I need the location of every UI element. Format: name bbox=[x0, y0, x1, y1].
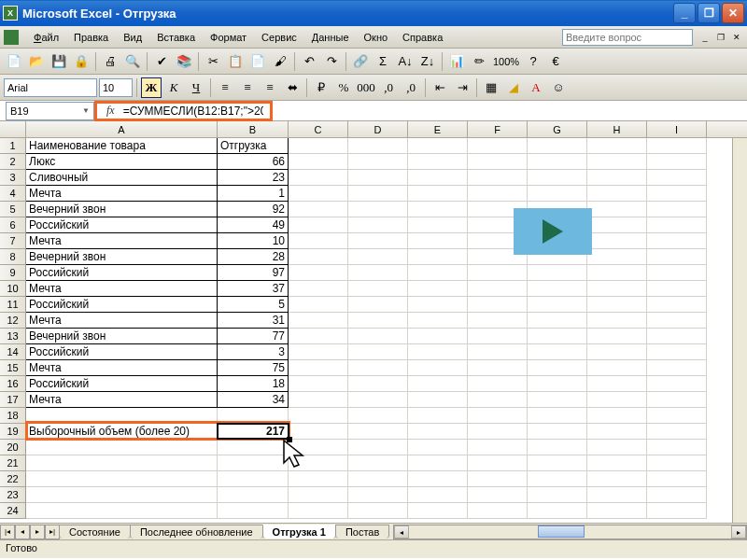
cell[interactable] bbox=[26, 440, 218, 455]
cell[interactable] bbox=[587, 217, 647, 233]
cell[interactable]: Мечта bbox=[26, 360, 218, 376]
decrease-decimal-icon[interactable]: ,0 bbox=[401, 77, 421, 98]
column-header-G[interactable]: G bbox=[528, 121, 587, 137]
row-header[interactable]: 16 bbox=[0, 376, 26, 392]
menu-insert[interactable]: Вставка bbox=[149, 29, 203, 46]
cell[interactable]: Российский bbox=[26, 217, 218, 233]
cell[interactable] bbox=[587, 440, 647, 455]
decrease-indent-icon[interactable]: ⇤ bbox=[430, 77, 450, 98]
cell[interactable]: Мечта bbox=[26, 392, 218, 408]
row-header[interactable]: 6 bbox=[0, 217, 26, 233]
column-header-A[interactable]: A bbox=[26, 121, 218, 137]
cell[interactable] bbox=[647, 265, 707, 281]
cell[interactable] bbox=[468, 424, 528, 440]
cell[interactable] bbox=[289, 154, 348, 170]
cell[interactable]: Российский bbox=[26, 376, 218, 392]
help-search-input[interactable] bbox=[562, 29, 693, 46]
cell[interactable] bbox=[468, 170, 528, 186]
currency-icon[interactable]: ₽ bbox=[311, 77, 331, 98]
menu-edit[interactable]: Правка bbox=[66, 29, 116, 46]
cell[interactable] bbox=[468, 344, 528, 360]
cell[interactable] bbox=[587, 329, 647, 344]
cell[interactable] bbox=[408, 344, 468, 360]
cell[interactable] bbox=[528, 329, 587, 344]
cell[interactable] bbox=[587, 186, 647, 202]
cell[interactable]: Сливочный bbox=[26, 170, 218, 186]
permission-icon[interactable]: 🔒 bbox=[71, 51, 92, 72]
cell[interactable] bbox=[348, 170, 408, 186]
save-icon[interactable]: 💾 bbox=[49, 51, 69, 72]
column-header-E[interactable]: E bbox=[408, 121, 468, 137]
cell[interactable] bbox=[647, 313, 707, 329]
cell[interactable] bbox=[468, 408, 528, 424]
cell[interactable]: Вечерний звон bbox=[26, 329, 218, 344]
row-header[interactable]: 24 bbox=[0, 503, 26, 519]
row-header[interactable]: 2 bbox=[0, 154, 26, 170]
cell[interactable] bbox=[647, 408, 707, 424]
cell[interactable] bbox=[587, 471, 647, 487]
cell[interactable] bbox=[587, 392, 647, 408]
cell[interactable]: 217 bbox=[218, 424, 289, 440]
cell[interactable] bbox=[289, 217, 348, 233]
cell[interactable] bbox=[26, 455, 218, 471]
cell[interactable]: 66 bbox=[218, 154, 289, 170]
cell[interactable] bbox=[587, 313, 647, 329]
cell[interactable] bbox=[587, 344, 647, 360]
align-right-icon[interactable]: ≡ bbox=[260, 77, 280, 98]
cell[interactable]: 77 bbox=[218, 329, 289, 344]
row-header[interactable]: 13 bbox=[0, 329, 26, 344]
cell[interactable] bbox=[647, 202, 707, 217]
cell[interactable] bbox=[587, 360, 647, 376]
cell[interactable] bbox=[408, 455, 468, 471]
cell[interactable]: 97 bbox=[218, 265, 289, 281]
cell[interactable] bbox=[468, 313, 528, 329]
euro-icon[interactable]: € bbox=[545, 51, 566, 72]
cell[interactable] bbox=[647, 186, 707, 202]
column-header-H[interactable]: H bbox=[587, 121, 647, 137]
borders-icon[interactable]: ▦ bbox=[481, 77, 501, 98]
cell[interactable] bbox=[408, 360, 468, 376]
cell[interactable] bbox=[647, 392, 707, 408]
menu-view[interactable]: Вид bbox=[116, 29, 149, 46]
fx-button[interactable]: fx bbox=[101, 104, 120, 118]
paste-icon[interactable]: 📄 bbox=[247, 51, 268, 72]
cell[interactable]: Мечта bbox=[26, 313, 218, 329]
cell[interactable] bbox=[587, 249, 647, 265]
cell[interactable] bbox=[408, 408, 468, 424]
cell[interactable] bbox=[408, 281, 468, 297]
underline-button[interactable]: Ч bbox=[186, 77, 206, 98]
cell[interactable]: Вечерний звон bbox=[26, 249, 218, 265]
spelling-icon[interactable]: ✔ bbox=[151, 51, 172, 72]
cell[interactable] bbox=[348, 281, 408, 297]
open-icon[interactable]: 📂 bbox=[26, 51, 47, 72]
cell[interactable] bbox=[348, 455, 408, 471]
cell[interactable] bbox=[289, 440, 348, 455]
cell[interactable] bbox=[289, 170, 348, 186]
cell[interactable] bbox=[408, 440, 468, 455]
autosum-icon[interactable]: Σ bbox=[373, 51, 393, 72]
cell[interactable] bbox=[468, 392, 528, 408]
cell[interactable] bbox=[587, 297, 647, 313]
cell[interactable]: 75 bbox=[218, 360, 289, 376]
menu-tools[interactable]: Сервис bbox=[254, 29, 304, 46]
cell[interactable] bbox=[528, 376, 587, 392]
cell[interactable] bbox=[647, 329, 707, 344]
menu-data[interactable]: Данные bbox=[304, 29, 357, 46]
cell[interactable] bbox=[528, 471, 587, 487]
cell[interactable] bbox=[528, 392, 587, 408]
column-header-C[interactable]: C bbox=[289, 121, 348, 137]
cell[interactable] bbox=[348, 503, 408, 519]
cell[interactable] bbox=[408, 202, 468, 217]
cut-icon[interactable]: ✂ bbox=[203, 51, 223, 72]
row-header[interactable]: 21 bbox=[0, 455, 26, 471]
cell[interactable] bbox=[408, 186, 468, 202]
cell[interactable]: 31 bbox=[218, 313, 289, 329]
row-header[interactable]: 12 bbox=[0, 313, 26, 329]
cell[interactable] bbox=[408, 424, 468, 440]
hscroll-left-icon[interactable]: ◂ bbox=[394, 525, 409, 539]
cell[interactable] bbox=[468, 503, 528, 519]
cell[interactable] bbox=[289, 265, 348, 281]
cell[interactable] bbox=[587, 281, 647, 297]
tab-nav-last-icon[interactable]: ▸| bbox=[45, 525, 60, 539]
cell[interactable] bbox=[408, 233, 468, 249]
